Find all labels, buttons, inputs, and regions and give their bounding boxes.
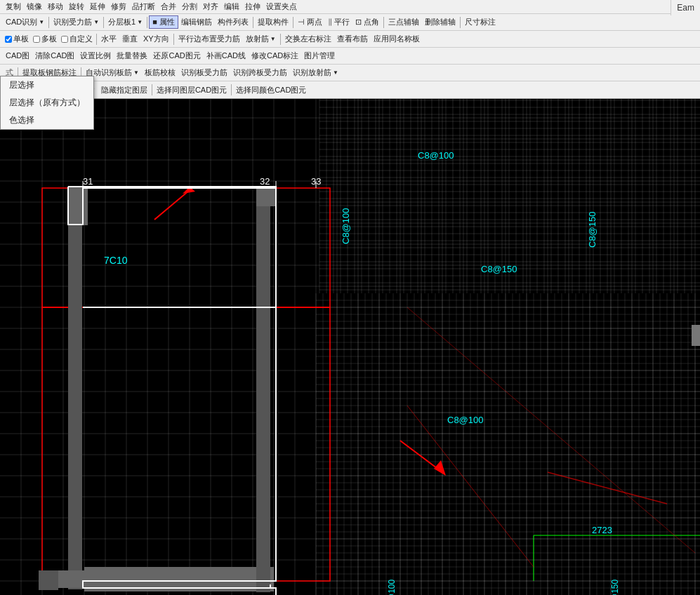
btn-select-same-color[interactable]: 选择同颜色CAD图元 — [233, 84, 309, 96]
sep10 — [280, 34, 281, 45]
dropdown-item-layer[interactable]: 层选择 — [1, 76, 93, 94]
sep14 — [231, 84, 232, 95]
btn-delete-axis[interactable]: 删除辅轴 — [422, 16, 458, 28]
btn-horizontal[interactable]: 水平 — [98, 33, 119, 45]
cad-canvas[interactable]: 31 32 33 C8@100 C8@100 C8@150 C8@150 7C1… — [0, 76, 700, 595]
btn-image-manage[interactable]: 图片管理 — [301, 50, 338, 62]
svg-text:C8@100: C8@100 — [418, 150, 454, 161]
svg-text:@100: @100 — [387, 579, 397, 595]
btn-move[interactable]: 移动 — [45, 1, 66, 13]
btn-setpoint[interactable]: 设置夹点 — [263, 1, 300, 13]
sep7 — [460, 17, 461, 28]
btn-vertical[interactable]: 垂直 — [119, 33, 140, 45]
wall-left-vertical — [68, 225, 82, 589]
btn-align[interactable]: 对齐 — [200, 1, 221, 13]
btn-rotate[interactable]: 旋转 — [66, 1, 87, 13]
btn-swap-annotation[interactable]: 交换左右标注 — [282, 33, 334, 45]
btn-property[interactable]: ■ 属性 — [149, 15, 178, 29]
toolbar-row-layer-select: 层选择（原有方式） 层 ▼ 隐藏指定图层 选择同图层CAD图元 选择同颜色CAD… — [0, 81, 700, 98]
toolbar-row-edit: 复制 镜像 移动 旋转 延伸 修剪 品打断 合并 分割 对齐 编辑 拉伸 设置夹… — [0, 0, 700, 14]
btn-identify-span-force[interactable]: 识别跨板受力筋 — [230, 67, 290, 79]
btn-clear-cad[interactable]: 清除CAD图 — [32, 50, 77, 62]
wall-center-vertical — [256, 206, 270, 592]
btn-mirror[interactable]: 镜像 — [24, 1, 45, 13]
btn-edit-rebar[interactable]: 编辑钢筋 — [178, 16, 215, 28]
sep1 — [48, 17, 49, 28]
check-custom[interactable]: 自定义 — [59, 33, 95, 45]
btn-view-layout[interactable]: 查看布筋 — [334, 33, 371, 45]
svg-text:2723: 2723 — [592, 525, 612, 535]
toolbar-row-cad-manage: CAD图 清除CAD图 设置比例 批量替换 还原CAD图元 补画CAD线 修改C… — [0, 48, 700, 65]
sep2 — [103, 17, 104, 28]
btn-break[interactable]: 品打断 — [129, 1, 158, 13]
btn-identify-plate-force[interactable]: 识别板受力筋 — [178, 67, 230, 79]
svg-text:31: 31 — [83, 176, 93, 187]
btn-parallel-place[interactable]: 平行边布置受力筋 — [176, 33, 243, 45]
btn-cad-identify[interactable]: CAD识别 ▼ — [3, 16, 47, 28]
check-single-plate[interactable]: 单板 — [3, 33, 31, 45]
btn-identify-radial[interactable]: 识别放射筋 ▼ — [290, 67, 341, 79]
btn-apply-same-plate[interactable]: 应用同名称板 — [371, 33, 423, 45]
btn-rebar-check[interactable]: 板筋校核 — [142, 67, 178, 79]
btn-trim[interactable]: 修剪 — [108, 1, 129, 13]
btn-batch-replace[interactable]: 批量替换 — [114, 50, 150, 62]
sep8 — [96, 34, 97, 45]
sep9 — [173, 34, 174, 45]
sep4 — [253, 17, 253, 28]
sep6 — [383, 17, 384, 28]
btn-layer-plate[interactable]: 分层板1 ▼ — [105, 16, 145, 28]
wall-top-center — [256, 187, 276, 206]
svg-text:C8@100: C8@100 — [447, 415, 484, 425]
btn-select-same-layer[interactable]: 选择同图层CAD图元 — [154, 84, 230, 96]
btn-hide-layer[interactable]: 隐藏指定图层 — [98, 84, 150, 96]
btn-extract-component[interactable]: 提取构件 — [255, 16, 291, 28]
btn-copy[interactable]: 复制 — [3, 1, 24, 13]
dropdown-menu: 层选择 层选择（原有方式） 色选择 — [0, 76, 94, 130]
svg-text:C8@100: C8@100 — [341, 208, 351, 244]
svg-text:32: 32 — [260, 176, 270, 187]
btn-split[interactable]: 分割 — [179, 1, 200, 13]
wall-bottom-left-col — [39, 570, 58, 590]
btn-component-list[interactable]: 构件列表 — [215, 16, 251, 28]
btn-three-point-axis[interactable]: 三点辅轴 — [385, 16, 422, 28]
svg-text:7C10: 7C10 — [104, 255, 128, 266]
svg-text:@150: @150 — [610, 579, 620, 595]
btn-modify-cad-label[interactable]: 修改CAD标注 — [249, 50, 301, 62]
dropdown-item-color[interactable]: 色选择 — [1, 112, 93, 129]
btn-dimension[interactable]: 尺寸标注 — [462, 16, 498, 28]
btn-set-scale[interactable]: 设置比例 — [77, 50, 114, 62]
cad-svg: 31 32 33 C8@100 C8@100 C8@150 C8@150 7C1… — [0, 76, 700, 595]
svg-text:C8@150: C8@150 — [481, 264, 517, 274]
btn-restore-cad[interactable]: 还原CAD图元 — [150, 50, 203, 62]
btn-xy-dir[interactable]: XY方向 — [140, 33, 172, 45]
btn-parallel[interactable]: ∥ 平行 — [325, 16, 352, 28]
btn-point-angle[interactable]: ⊡ 点角 — [352, 16, 382, 28]
btn-extend[interactable]: 延伸 — [87, 1, 108, 13]
handle-right — [692, 325, 700, 346]
wall-top-left — [68, 187, 88, 225]
btn-stretch[interactable]: 拉伸 — [242, 1, 263, 13]
btn-edit[interactable]: 编辑 — [221, 1, 242, 13]
toolbar-row-cad-identify: CAD识别 ▼ 识别受力筋 ▼ 分层板1 ▼ ■ 属性 编辑钢筋 构件列表 提取… — [0, 14, 700, 31]
btn-draw-cad-line[interactable]: 补画CAD线 — [204, 50, 249, 62]
btn-identify-force[interactable]: 识别受力筋 ▼ — [51, 16, 102, 28]
toolbar-row-plate: 单板 多板 自定义 水平 垂直 XY方向 平行边布置受力筋 放射筋 ▼ 交换左右… — [0, 31, 700, 48]
eam-badge: Eam — [671, 0, 700, 14]
btn-two-point[interactable]: ⊣ 两点 — [295, 16, 325, 28]
btn-cad-image[interactable]: CAD图 — [3, 50, 32, 62]
dropdown-item-layer-old[interactable]: 层选择（原有方式） — [1, 94, 93, 112]
check-multi-plate[interactable]: 多板 — [31, 33, 59, 45]
svg-text:C8@150: C8@150 — [587, 211, 597, 248]
btn-join[interactable]: 合并 — [158, 1, 179, 13]
toolbar-container: 复制 镜像 移动 旋转 延伸 修剪 品打断 合并 分割 对齐 编辑 拉伸 设置夹… — [0, 0, 700, 99]
sep3 — [147, 17, 147, 28]
btn-radial-rebar[interactable]: 放射筋 ▼ — [243, 33, 279, 45]
toolbar-row-rebar-recognize: 式 提取板钢筋标注 自动识别板筋 ▼ 板筋校核 识别板受力筋 识别跨板受力筋 识… — [0, 65, 700, 81]
sep13 — [152, 84, 152, 95]
sep5 — [293, 17, 293, 28]
